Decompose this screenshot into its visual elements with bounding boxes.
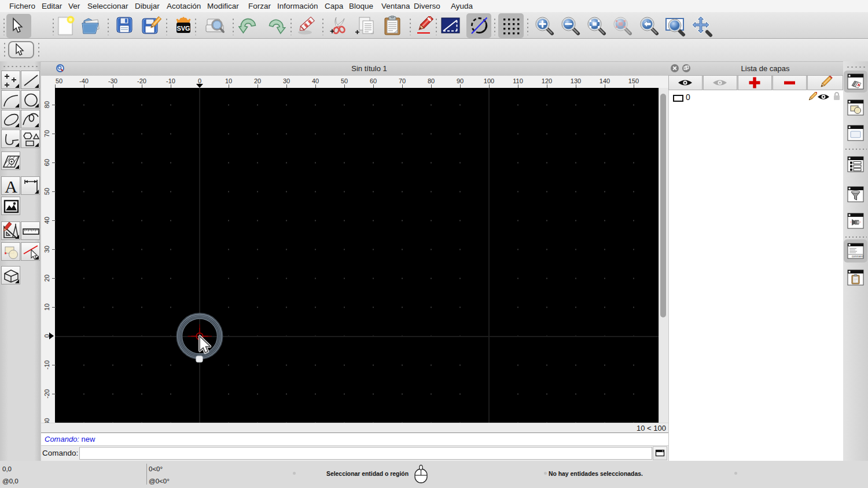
svg-text:A: A bbox=[5, 177, 17, 195]
svg-text:command: command bbox=[852, 255, 863, 258]
svg-text:SVG: SVG bbox=[176, 25, 190, 32]
